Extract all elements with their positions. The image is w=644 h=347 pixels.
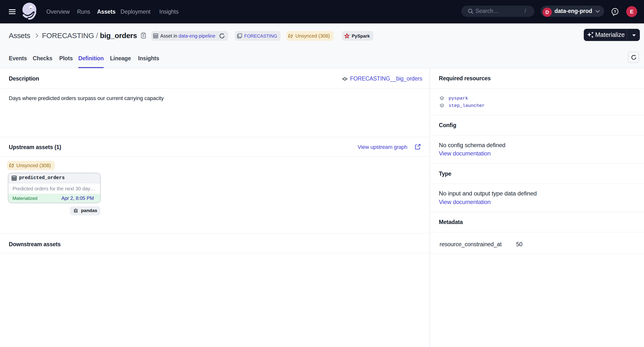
svg-text:?: ? xyxy=(614,10,616,14)
